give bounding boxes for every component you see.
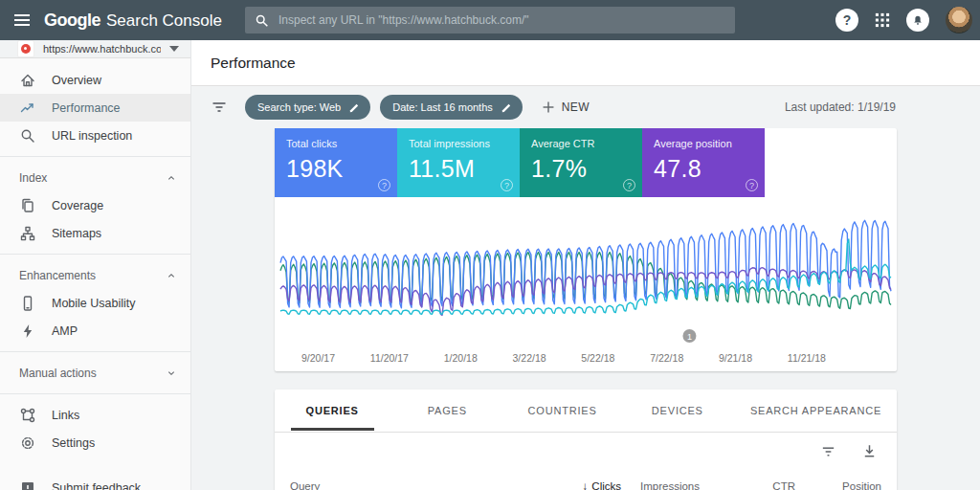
column-header-clicks[interactable]: ↓Clicks <box>535 480 621 490</box>
metric-tile-average-position[interactable]: Average position47.8? <box>642 128 765 197</box>
help-icon[interactable]: ? <box>835 9 858 32</box>
amp-icon <box>19 323 36 340</box>
metric-label: Total impressions <box>409 138 508 149</box>
search-icon <box>255 13 269 28</box>
user-avatar[interactable] <box>946 7 972 33</box>
metric-value: 198K <box>286 155 386 183</box>
tab-label: PAGES <box>412 391 482 431</box>
sidebar-item-performance[interactable]: Performance <box>0 94 190 122</box>
sidebar-item-links[interactable]: Links <box>0 401 190 429</box>
metric-tiles: Total clicks198K?Total impressions11.5M?… <box>275 128 897 197</box>
x-axis-tick-label: 1/20/18 <box>444 352 478 364</box>
property-url: https://www.hatchbuck.com/ <box>43 43 161 55</box>
metric-value: 47.8 <box>654 155 753 183</box>
tab-devices[interactable]: DEVICES <box>620 390 735 432</box>
property-favicon <box>17 40 34 57</box>
column-header-ctr[interactable]: CTR <box>700 480 795 490</box>
apps-grid-icon[interactable] <box>875 12 890 28</box>
sidebar-item-label: URL inspection <box>52 129 132 143</box>
tab-pages[interactable]: PAGES <box>390 390 504 432</box>
tab-countries[interactable]: COUNTRIES <box>504 390 619 432</box>
url-inspect-searchbox[interactable] <box>245 7 735 33</box>
sidebar-item-overview[interactable]: Overview <box>0 66 190 94</box>
sidebar-item-label: Sitemaps <box>52 227 101 240</box>
sidebar-item-amp[interactable]: AMP <box>0 317 190 345</box>
tab-label: DEVICES <box>636 391 719 431</box>
sidebar: https://www.hatchbuck.com/ OverviewPerfo… <box>0 40 191 490</box>
chart-x-axis-labels: 9/20/1711/20/171/20/183/22/185/22/187/22… <box>275 348 897 371</box>
sidebar-item-label: Performance <box>52 101 121 115</box>
sidebar-item-settings[interactable]: Settings <box>0 429 190 457</box>
page-title: Performance <box>211 55 296 72</box>
sidebar-section-index[interactable]: Index <box>0 164 190 191</box>
column-label: Position <box>842 480 881 490</box>
table-filter-icon[interactable] <box>820 443 836 459</box>
metric-value: 11.5M <box>409 155 508 183</box>
sidebar-item-coverage[interactable]: Coverage <box>0 191 190 219</box>
sidebar-item-submit-feedback[interactable]: Submit feedback <box>0 474 190 490</box>
chip-label: Date: Last 16 months <box>392 101 493 113</box>
x-axis-tick-label: 9/21/18 <box>719 352 752 364</box>
column-header-position[interactable]: Position <box>795 480 881 490</box>
notifications-bell-icon[interactable] <box>906 9 929 32</box>
filter-chips: Search type: WebDate: Last 16 months <box>245 95 523 120</box>
chevron-up-icon <box>166 270 177 281</box>
filter-chip[interactable]: Search type: Web <box>245 95 370 120</box>
search-input[interactable] <box>278 13 725 27</box>
x-axis-tick-label: 9/20/17 <box>301 352 335 364</box>
sidebar-section-manual-actions[interactable]: Manual actions <box>0 359 190 387</box>
chart-annotation-marker[interactable]: 1 <box>682 329 696 343</box>
filter-list-icon[interactable] <box>211 99 228 116</box>
edit-pencil-icon[interactable] <box>348 101 361 114</box>
chevron-up-icon <box>166 172 177 184</box>
column-header-impressions[interactable]: Impressions <box>621 480 700 490</box>
metric-tile-total-clicks[interactable]: Total clicks198K? <box>275 128 397 197</box>
metric-help-icon[interactable]: ? <box>623 179 635 191</box>
metric-tile-average-ctr[interactable]: Average CTR1.7%? <box>520 128 642 197</box>
svg-text:1: 1 <box>687 332 692 342</box>
sidebar-item-label: Coverage <box>52 199 103 212</box>
feedback-icon <box>19 479 36 490</box>
metric-help-icon[interactable]: ? <box>746 179 758 191</box>
links-icon <box>19 407 36 424</box>
sidebar-item-sitemaps[interactable]: Sitemaps <box>0 219 190 247</box>
metric-help-icon[interactable]: ? <box>501 179 513 191</box>
tab-search-appearance[interactable]: SEARCH APPEARANCE <box>735 390 897 432</box>
edit-pencil-icon[interactable] <box>501 101 513 114</box>
download-icon[interactable] <box>861 443 878 459</box>
performance-chart[interactable]: 1 <box>275 197 897 348</box>
app-logo[interactable]: Google Search Console <box>44 11 222 31</box>
sidebar-section-enhancements[interactable]: Enhancements <box>0 261 190 289</box>
page-header: Performance <box>191 40 980 86</box>
property-selector[interactable]: https://www.hatchbuck.com/ <box>0 40 190 58</box>
last-updated-text: Last updated: 1/19/19 <box>785 100 961 114</box>
sitemaps-icon <box>19 225 36 242</box>
filter-chip[interactable]: Date: Last 16 months <box>380 95 523 120</box>
chevron-down-icon <box>166 368 177 379</box>
sidebar-item-url-inspection[interactable]: URL inspection <box>0 122 190 149</box>
chip-label: Search type: Web <box>257 101 341 113</box>
sidebar-item-mobile-usability[interactable]: Mobile Usability <box>0 289 190 317</box>
dimensions-table-card: QUERIESPAGESCOUNTRIESDEVICESSEARCH APPEA… <box>275 390 897 490</box>
topbar-actions: ? <box>835 0 972 40</box>
hamburger-menu-icon[interactable] <box>0 11 44 29</box>
dropdown-caret-icon <box>169 46 179 52</box>
filter-bar: Search type: WebDate: Last 16 months NEW… <box>191 86 980 128</box>
performance-icon <box>19 100 36 117</box>
sidebar-item-label: Links <box>52 409 79 422</box>
metric-value: 1.7% <box>531 155 631 183</box>
metric-help-icon[interactable]: ? <box>378 179 390 191</box>
tab-queries[interactable]: QUERIES <box>275 390 390 432</box>
dimension-tabs: QUERIESPAGESCOUNTRIESDEVICESSEARCH APPEA… <box>275 390 897 433</box>
new-filter-button[interactable]: NEW <box>542 100 590 114</box>
settings-icon <box>19 434 36 452</box>
table-header-row[interactable]: Query↓ClicksImpressionsCTRPosition <box>275 469 897 490</box>
sidebar-item-label: AMP <box>52 324 78 338</box>
column-label: CTR <box>772 480 795 490</box>
metric-tile-total-impressions[interactable]: Total impressions11.5M? <box>397 128 520 197</box>
mobile-icon <box>19 295 36 312</box>
new-filter-label: NEW <box>562 100 590 114</box>
column-header-query[interactable]: Query <box>290 480 535 490</box>
table-toolbar <box>275 433 897 469</box>
sidebar-divider <box>0 393 190 394</box>
